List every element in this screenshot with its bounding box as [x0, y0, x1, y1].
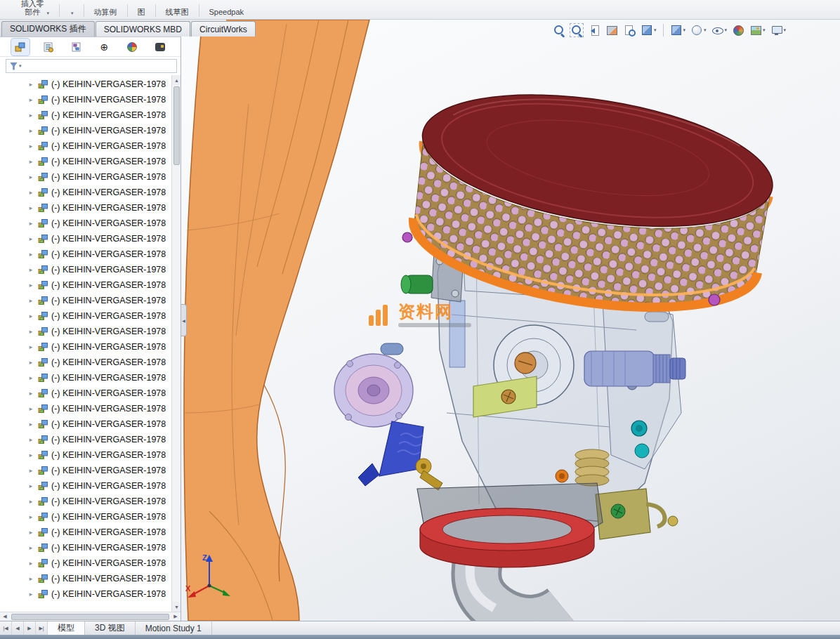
- previous-view-button[interactable]: [587, 23, 601, 37]
- tree-item[interactable]: ▸(-) KEIHIN-VERGASER-1978: [0, 107, 171, 123]
- magnified-selection-button[interactable]: [622, 23, 636, 37]
- ribbon-item-4[interactable]: 图: [132, 8, 151, 19]
- ribbon-item-6[interactable]: Speedpak: [204, 8, 244, 19]
- tree-item[interactable]: ▸(-) KEIHIN-VERGASER-1978: [0, 540, 171, 555]
- expand-arrow-icon[interactable]: ▸: [27, 220, 35, 227]
- addin-tab-2[interactable]: SOLIDWORKS MBD: [96, 21, 190, 37]
- tree-item[interactable]: ▸(-) KEIHIN-VERGASER-1978: [0, 416, 171, 432]
- tree-item[interactable]: ▸(-) KEIHIN-VERGASER-1978: [0, 478, 171, 494]
- bottom-tab-2[interactable]: 3D 视图: [85, 621, 136, 635]
- expand-arrow-icon[interactable]: ▸: [27, 282, 35, 289]
- expand-arrow-icon[interactable]: ▸: [27, 513, 35, 520]
- scroll-right-arrow-icon[interactable]: ▶: [171, 614, 181, 619]
- tree-item[interactable]: ▸(-) KEIHIN-VERGASER-1978: [0, 370, 171, 386]
- tree-item[interactable]: ▸(-) KEIHIN-VERGASER-1978: [0, 324, 171, 339]
- tree-item[interactable]: ▸(-) KEIHIN-VERGASER-1978: [0, 432, 171, 447]
- hide-show-items-button[interactable]: ▾: [711, 23, 728, 37]
- expand-arrow-icon[interactable]: ▸: [27, 467, 35, 474]
- apply-scene-button[interactable]: ▾: [749, 23, 766, 37]
- section-view-button[interactable]: [605, 23, 619, 37]
- tree-item[interactable]: ▸(-) KEIHIN-VERGASER-1978: [0, 339, 171, 355]
- tree-item[interactable]: ▸(-) KEIHIN-VERGASER-1978: [0, 463, 171, 478]
- expand-arrow-icon[interactable]: ▸: [27, 359, 35, 366]
- propertymanager-tab[interactable]: [39, 39, 58, 55]
- scroll-down-arrow-icon[interactable]: ▼: [172, 602, 181, 612]
- display-style-button[interactable]: ▾: [690, 23, 707, 37]
- addin-tab-1[interactable]: SOLIDWORKS 插件: [1, 21, 95, 37]
- scroll-left-arrow-icon[interactable]: ◀: [0, 614, 10, 619]
- addin-tab-3[interactable]: CircuitWorks: [191, 21, 256, 37]
- tree-item[interactable]: ▸(-) KEIHIN-VERGASER-1978: [0, 185, 171, 200]
- model-choke-bracket[interactable]: [596, 489, 678, 539]
- expand-arrow-icon[interactable]: ▸: [27, 189, 35, 196]
- tree-item[interactable]: ▸(-) KEIHIN-VERGASER-1978: [0, 200, 171, 216]
- ribbon-item-5[interactable]: 线草图: [160, 8, 195, 19]
- tree-horizontal-scrollbar[interactable]: ◀ ▶: [0, 612, 181, 621]
- bottom-tab-1[interactable]: 模型: [48, 621, 85, 635]
- next-tab-button[interactable]: ▶: [24, 621, 36, 635]
- tree-item[interactable]: ▸(-) KEIHIN-VERGASER-1978: [0, 509, 171, 525]
- expand-arrow-icon[interactable]: ▸: [27, 312, 35, 320]
- model-idle-screw-cylinder[interactable]: [584, 351, 685, 386]
- expand-arrow-icon[interactable]: ▸: [27, 544, 35, 551]
- tree-item[interactable]: ▸(-) KEIHIN-VERGASER-1978: [0, 386, 171, 401]
- tree-item[interactable]: ▸(-) KEIHIN-VERGASER-1978: [0, 586, 171, 602]
- tree-item[interactable]: ▸(-) KEIHIN-VERGASER-1978: [0, 525, 171, 540]
- tree-filter-input[interactable]: [25, 61, 173, 71]
- tree-item[interactable]: ▸(-) KEIHIN-VERGASER-1978: [0, 293, 171, 308]
- expand-arrow-icon[interactable]: ▸: [27, 235, 35, 242]
- expand-arrow-icon[interactable]: ▸: [27, 575, 35, 582]
- bottom-tab-3[interactable]: Motion Study 1: [136, 621, 212, 635]
- last-tab-button[interactable]: ▶|: [36, 621, 48, 635]
- model-green-knob[interactable]: [401, 275, 433, 294]
- model-throttle-lever[interactable]: [358, 421, 442, 490]
- zoom-to-area-button[interactable]: [570, 23, 584, 37]
- expand-arrow-icon[interactable]: ▸: [27, 421, 35, 428]
- tree-item[interactable]: ▸(-) KEIHIN-VERGASER-1978: [0, 123, 171, 138]
- scroll-up-arrow-icon[interactable]: ▲: [172, 75, 181, 85]
- model-diaphragm-cover[interactable]: [334, 343, 413, 427]
- model-canvas[interactable]: [181, 20, 840, 621]
- expand-arrow-icon[interactable]: ▸: [27, 81, 35, 88]
- panel-collapse-handle[interactable]: ◀: [181, 304, 187, 336]
- tree-item[interactable]: ▸(-) KEIHIN-VERGASER-1978: [0, 169, 171, 185]
- ribbon-item-3[interactable]: 动算例: [88, 8, 123, 19]
- tree-item[interactable]: ▸(-) KEIHIN-VERGASER-1978: [0, 246, 171, 262]
- tree-item[interactable]: ▸(-) KEIHIN-VERGASER-1978: [0, 571, 171, 586]
- expand-arrow-icon[interactable]: ▸: [27, 328, 35, 335]
- expand-arrow-icon[interactable]: ▸: [27, 143, 35, 150]
- tree-item[interactable]: ▸(-) KEIHIN-VERGASER-1978: [0, 447, 171, 463]
- expand-arrow-icon[interactable]: ▸: [27, 204, 35, 211]
- model-intake-manifold[interactable]: [184, 20, 369, 621]
- expand-arrow-icon[interactable]: ▸: [27, 560, 35, 567]
- tree-item[interactable]: ▸(-) KEIHIN-VERGASER-1978: [0, 138, 171, 154]
- expand-arrow-icon[interactable]: ▸: [27, 173, 35, 180]
- expand-arrow-icon[interactable]: ▸: [27, 498, 35, 505]
- horizontal-scrollbar-thumb[interactable]: [11, 614, 169, 620]
- cam-tab[interactable]: [151, 39, 169, 55]
- tree-item[interactable]: ▸(-) KEIHIN-VERGASER-1978: [0, 555, 171, 571]
- expand-arrow-icon[interactable]: ▸: [27, 127, 35, 134]
- tree-item[interactable]: ▸(-) KEIHIN-VERGASER-1978: [0, 308, 171, 324]
- expand-arrow-icon[interactable]: ▸: [27, 297, 35, 304]
- view-settings-button[interactable]: ▾: [770, 23, 787, 37]
- tree-item[interactable]: ▸(-) KEIHIN-VERGASER-1978: [0, 231, 171, 246]
- model-flange[interactable]: [420, 508, 594, 567]
- displaymanager-tab[interactable]: [123, 39, 141, 55]
- tree-vertical-scrollbar[interactable]: ▲ ▼: [171, 75, 181, 612]
- zoom-to-fit-button[interactable]: [552, 23, 566, 37]
- tree-item[interactable]: ▸(-) KEIHIN-VERGASER-1978: [0, 77, 171, 92]
- filter-funnel-icon[interactable]: ▾: [10, 62, 22, 70]
- expand-arrow-icon[interactable]: ▸: [27, 374, 35, 381]
- expand-arrow-icon[interactable]: ▸: [27, 482, 35, 489]
- ribbon-item-1[interactable]: 插入零部件▾: [14, 0, 55, 19]
- expand-arrow-icon[interactable]: ▸: [27, 529, 35, 536]
- expand-arrow-icon[interactable]: ▸: [27, 390, 35, 397]
- model-float-stack[interactable]: [575, 449, 609, 486]
- view-selector-button[interactable]: ▾: [640, 23, 657, 37]
- expand-arrow-icon[interactable]: ▸: [27, 251, 35, 258]
- configurationmanager-tab[interactable]: [67, 39, 86, 55]
- tree-item[interactable]: ▸(-) KEIHIN-VERGASER-1978: [0, 154, 171, 169]
- view-orientation-button[interactable]: ▾: [669, 23, 687, 37]
- expand-arrow-icon[interactable]: ▸: [27, 436, 35, 443]
